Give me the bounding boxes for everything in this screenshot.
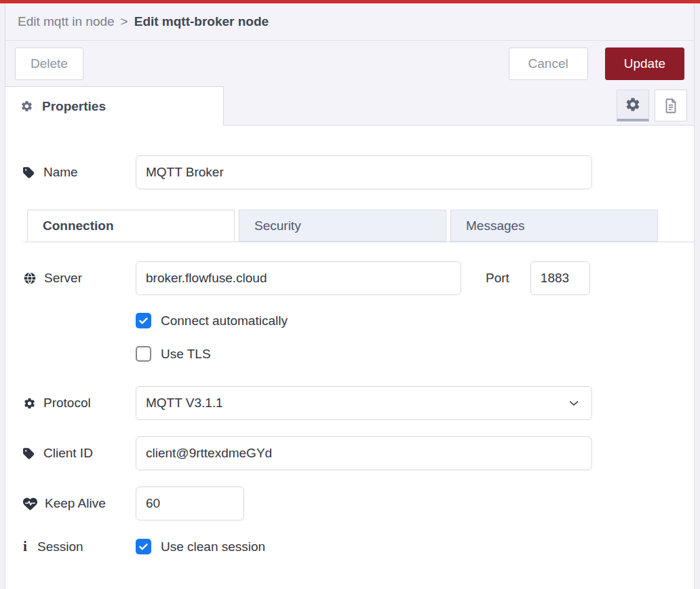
name-input[interactable] [136,155,592,189]
cancel-button[interactable]: Cancel [509,48,588,80]
node-properties-form: Name Connection Security Messages [5,126,694,589]
tab-connection[interactable]: Connection [27,210,235,242]
update-button[interactable]: Update [605,48,684,80]
chevron-down-icon [567,396,581,410]
dialog-header: Edit mqtt in node > Edit mqtt-broker nod… [5,3,694,41]
tag-icon [23,166,36,179]
properties-view-button[interactable] [617,90,649,121]
name-label: Name [23,165,136,180]
server-row: Server Port [23,261,694,295]
tab-properties[interactable]: Properties [5,86,224,126]
connect-auto-label: Connect automatically [161,314,288,328]
port-label: Port [486,271,509,286]
protocol-select[interactable]: MQTT V3.1.1 [136,386,592,420]
tab-properties-label: Properties [42,99,106,114]
port-input[interactable] [530,261,590,295]
client-id-label: Client ID [23,446,136,461]
gear-icon [23,397,36,410]
gear-icon [625,96,641,113]
protocol-selected-value: MQTT V3.1.1 [146,396,223,411]
heartbeat-icon [23,497,37,511]
protocol-row: Protocol MQTT V3.1.1 [23,386,694,420]
keep-alive-row: Keep Alive [23,487,694,520]
use-tls-row: Use TLS [23,346,694,362]
dialog-toolbar: Delete Cancel Update [5,41,694,86]
session-row: i Session Use clean session [23,539,694,554]
name-row: Name [23,155,694,189]
broker-tabs: Connection Security Messages [23,210,694,242]
tag-icon [23,447,36,460]
right-edge-strip [694,3,700,589]
left-edge-strip [0,3,5,589]
clean-session-label: Use clean session [161,539,265,554]
client-id-input[interactable] [136,436,592,470]
globe-icon [23,271,37,285]
use-tls-label: Use TLS [161,347,211,362]
breadcrumb-separator: > [121,14,128,29]
delete-button[interactable]: Delete [15,48,83,80]
tab-security[interactable]: Security [239,210,446,242]
info-icon: i [23,539,30,554]
breadcrumb-parent[interactable]: Edit mqtt in node [18,14,115,29]
server-input[interactable] [136,261,461,295]
tab-messages[interactable]: Messages [450,210,658,242]
protocol-label: Protocol [23,396,136,411]
description-view-button[interactable] [655,90,687,121]
session-label: i Session [23,539,136,554]
keep-alive-label: Keep Alive [23,496,136,511]
document-icon [662,97,680,115]
clean-session-checkbox[interactable] [136,539,151,554]
connect-auto-row: Connect automatically [23,313,694,328]
edit-node-dialog: Edit mqtt in node > Edit mqtt-broker nod… [5,3,694,589]
gear-icon [20,100,33,113]
use-tls-checkbox[interactable] [136,346,151,362]
server-label: Server [23,271,136,286]
breadcrumb-current: Edit mqtt-broker node [134,14,269,29]
client-id-row: Client ID [23,436,694,470]
keep-alive-input[interactable] [136,487,244,520]
connect-auto-checkbox[interactable] [136,313,151,328]
editor-tabbar: Properties [5,86,694,126]
